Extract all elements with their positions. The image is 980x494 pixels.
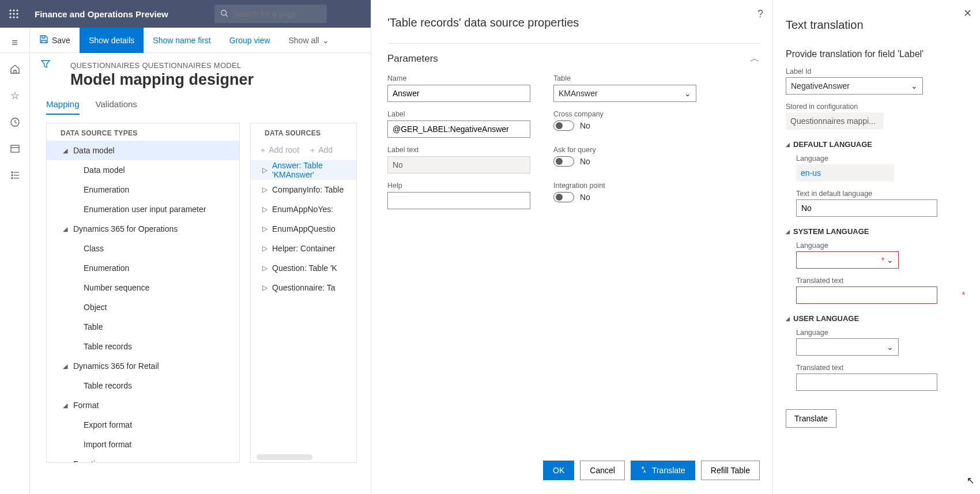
- label-label: Label: [387, 110, 530, 118]
- svg-point-13: [12, 172, 13, 173]
- section-parameters-header[interactable]: Parameters ︿: [387, 52, 760, 65]
- translation-title: Text translation: [786, 18, 970, 32]
- star-icon[interactable]: ☆: [9, 90, 21, 101]
- ds-type-data-model-child[interactable]: Data model: [47, 160, 239, 180]
- ds-type-table-records2[interactable]: Table records: [47, 376, 239, 395]
- toggle-ask-for-query[interactable]: [553, 156, 574, 167]
- search-input[interactable]: [233, 9, 334, 18]
- ds-type-export-format[interactable]: Export format: [47, 415, 239, 435]
- svg-point-2: [16, 9, 18, 11]
- chevron-down-icon: ⌄: [911, 81, 918, 90]
- svg-point-3: [9, 13, 11, 14]
- ds-item-answer[interactable]: ▷Answer: Table 'KMAnswer': [251, 160, 356, 180]
- ds-item-question[interactable]: ▷Question: Table 'K: [251, 258, 356, 278]
- ds-type-functions[interactable]: ◢Functions: [47, 454, 239, 463]
- ds-type-enum-user-input[interactable]: Enumeration user input parameter: [47, 199, 239, 219]
- ds-item-enum-yes[interactable]: ▷EnumAppNoYes:: [251, 199, 356, 219]
- clock-icon[interactable]: [9, 116, 21, 128]
- hamburger-icon[interactable]: ≡: [9, 37, 21, 48]
- translate-button[interactable]: Translate: [631, 461, 695, 480]
- svg-point-8: [16, 16, 18, 18]
- refill-table-button[interactable]: Refill Table: [701, 461, 760, 480]
- app-title: Finance and Operations Preview: [35, 9, 168, 19]
- show-details-button[interactable]: Show details: [80, 28, 144, 53]
- search-icon: [220, 9, 228, 19]
- translate-icon: [640, 466, 649, 476]
- home-icon[interactable]: [9, 63, 21, 75]
- label-id-select[interactable]: NegativeAnswer ⌄: [786, 77, 923, 95]
- ds-type-format[interactable]: ◢Format: [47, 395, 239, 415]
- horizontal-scrollbar[interactable]: [257, 454, 312, 460]
- close-icon[interactable]: ✕: [963, 7, 972, 20]
- ok-button[interactable]: OK: [543, 461, 574, 480]
- ds-type-import-format[interactable]: Import format: [47, 435, 239, 454]
- select-table[interactable]: KMAnswer ⌄: [553, 85, 696, 102]
- ds-item-questionnaire[interactable]: ▷Questionnaire: Ta: [251, 278, 356, 297]
- modules-icon[interactable]: [9, 169, 21, 181]
- translate-action-button[interactable]: Translate: [786, 409, 836, 428]
- text-default-input[interactable]: [796, 199, 937, 217]
- section-default-language[interactable]: DEFAULT LANGUAGE: [786, 140, 970, 149]
- default-language-value[interactable]: en-us: [796, 164, 894, 182]
- ds-item-enum-q[interactable]: ▷EnumAppQuestio: [251, 219, 356, 239]
- properties-dialog: ? 'Table records' data source properties…: [371, 0, 776, 494]
- search-box[interactable]: [214, 5, 327, 23]
- input-help[interactable]: [387, 192, 530, 209]
- help-icon[interactable]: ?: [757, 8, 763, 20]
- input-name[interactable]: [387, 85, 530, 102]
- save-button[interactable]: Save: [30, 28, 80, 53]
- label-ask-for-query: Ask for query: [553, 146, 696, 154]
- system-translated-label: Translated text: [796, 277, 970, 285]
- label-name: Name: [387, 74, 530, 82]
- chevron-down-icon: ⌄: [887, 342, 894, 352]
- user-language-select[interactable]: ⌄: [796, 338, 899, 356]
- expand-icon: ▷: [262, 205, 267, 213]
- ds-item-company[interactable]: ▷CompanyInfo: Table: [251, 180, 356, 199]
- section-user-language[interactable]: USER LANGUAGE: [786, 314, 970, 323]
- waffle-icon[interactable]: [5, 5, 23, 23]
- system-translated-input[interactable]: [796, 286, 937, 304]
- toggle-integration-point[interactable]: [553, 192, 574, 202]
- toggle-cross-company[interactable]: [553, 120, 574, 131]
- expand-icon: ▷: [262, 186, 267, 194]
- ds-type-class[interactable]: Class: [47, 239, 239, 258]
- translation-subtitle: Provide translation for field 'Label': [786, 49, 970, 59]
- label-label-text: Label text: [387, 146, 530, 154]
- cancel-button[interactable]: Cancel: [580, 461, 625, 480]
- input-label[interactable]: [387, 120, 530, 138]
- section-system-language[interactable]: SYSTEM LANGUAGE: [786, 227, 970, 236]
- chevron-down-icon: ⌄: [322, 36, 329, 45]
- ds-type-table-records[interactable]: Table records: [47, 337, 239, 356]
- ds-item-helper[interactable]: ▷Helper: Container: [251, 239, 356, 258]
- ds-type-object[interactable]: Object: [47, 297, 239, 317]
- tab-mapping[interactable]: Mapping: [46, 99, 80, 115]
- user-translated-input[interactable]: [796, 374, 937, 391]
- add-button[interactable]: ＋ Add: [308, 145, 333, 156]
- system-language-label: Language: [796, 242, 970, 250]
- add-root-button[interactable]: ＋ Add root: [259, 145, 299, 156]
- ds-type-table[interactable]: Table: [47, 317, 239, 337]
- data-sources-panel: DATA SOURCES ＋ Add root ＋ Add ▷Answer: T…: [250, 123, 357, 463]
- filter-icon[interactable]: [40, 59, 51, 72]
- ds-type-enumeration2[interactable]: Enumeration: [47, 258, 239, 278]
- svg-rect-12: [11, 145, 19, 152]
- system-language-select[interactable]: * ⌄: [796, 251, 899, 269]
- ds-type-data-model[interactable]: ◢Data model: [47, 141, 239, 160]
- workspace-icon[interactable]: [9, 143, 21, 154]
- show-name-first-button[interactable]: Show name first: [144, 28, 220, 53]
- data-source-types-panel: DATA SOURCE TYPES ◢Data model Data model…: [46, 123, 240, 463]
- group-view-button[interactable]: Group view: [220, 28, 280, 53]
- ds-type-number-sequence[interactable]: Number sequence: [47, 278, 239, 297]
- ds-type-d365retail[interactable]: ◢Dynamics 365 for Retail: [47, 356, 239, 376]
- text-default-label: Text in default language: [796, 190, 970, 198]
- svg-line-10: [225, 14, 228, 17]
- stored-in-config-label: Stored in configuration: [786, 103, 970, 111]
- svg-point-1: [13, 9, 14, 11]
- expand-icon: ▷: [262, 284, 267, 292]
- show-all-button[interactable]: Show all ⌄: [280, 28, 339, 53]
- label-table: Table: [553, 74, 696, 82]
- ds-header: DATA SOURCES: [251, 123, 356, 141]
- tab-validations[interactable]: Validations: [96, 99, 137, 115]
- ds-type-enumeration[interactable]: Enumeration: [47, 180, 239, 199]
- ds-type-d365fo[interactable]: ◢Dynamics 365 for Operations: [47, 219, 239, 239]
